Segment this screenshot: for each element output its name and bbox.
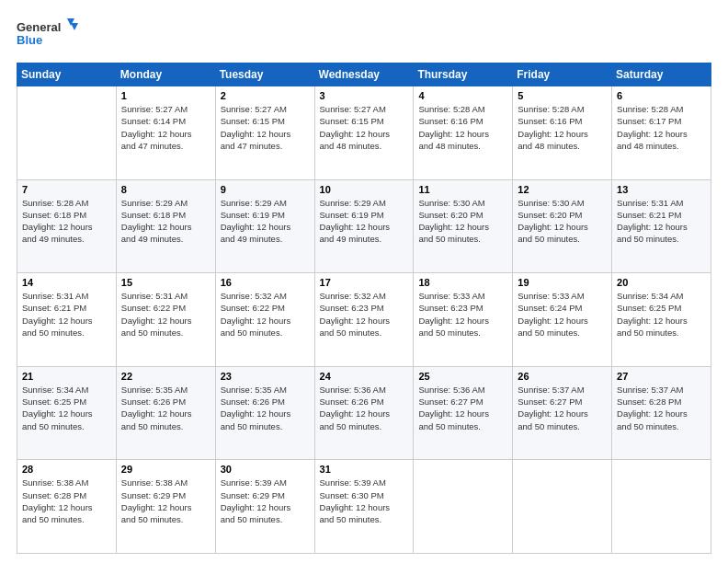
weekday-header-saturday: Saturday [612, 63, 711, 86]
day-info: Sunrise: 5:28 AM Sunset: 6:16 PM Dayligh… [518, 103, 607, 152]
day-number: 20 [617, 277, 706, 288]
day-info: Sunrise: 5:28 AM Sunset: 6:17 PM Dayligh… [617, 103, 706, 152]
day-number: 5 [518, 90, 607, 101]
day-info: Sunrise: 5:35 AM Sunset: 6:26 PM Dayligh… [121, 384, 210, 432]
weekday-header-thursday: Thursday [414, 63, 513, 86]
page: General Blue SundayMondayTuesdayWednesda… [0, 0, 728, 563]
day-info: Sunrise: 5:39 AM Sunset: 6:30 PM Dayligh… [320, 477, 409, 525]
calendar-cell: 12Sunrise: 5:30 AM Sunset: 6:20 PM Dayli… [513, 179, 612, 273]
weekday-header-monday: Monday [116, 63, 215, 86]
day-info: Sunrise: 5:32 AM Sunset: 6:23 PM Dayligh… [320, 290, 409, 339]
calendar-cell: 20Sunrise: 5:34 AM Sunset: 6:25 PM Dayli… [612, 273, 711, 367]
day-info: Sunrise: 5:36 AM Sunset: 6:27 PM Dayligh… [418, 384, 507, 432]
day-number: 25 [418, 371, 507, 382]
day-info: Sunrise: 5:27 AM Sunset: 6:15 PM Dayligh… [221, 103, 310, 152]
day-number: 28 [22, 464, 111, 475]
day-number: 17 [320, 277, 409, 288]
day-info: Sunrise: 5:28 AM Sunset: 6:18 PM Dayligh… [22, 197, 111, 246]
svg-text:General: General [17, 20, 61, 34]
day-number: 30 [221, 464, 310, 475]
day-number: 2 [221, 90, 310, 101]
calendar-cell: 23Sunrise: 5:35 AM Sunset: 6:26 PM Dayli… [215, 366, 314, 460]
calendar-cell [414, 460, 513, 554]
calendar-cell: 15Sunrise: 5:31 AM Sunset: 6:22 PM Dayli… [116, 273, 215, 367]
day-number: 27 [617, 371, 706, 382]
svg-marker-3 [71, 23, 78, 30]
svg-text:Blue: Blue [17, 33, 42, 47]
day-number: 3 [320, 90, 409, 101]
day-info: Sunrise: 5:37 AM Sunset: 6:27 PM Dayligh… [518, 384, 607, 432]
day-info: Sunrise: 5:30 AM Sunset: 6:20 PM Dayligh… [418, 197, 507, 246]
day-info: Sunrise: 5:27 AM Sunset: 6:15 PM Dayligh… [320, 103, 409, 152]
day-info: Sunrise: 5:27 AM Sunset: 6:14 PM Dayligh… [121, 103, 210, 152]
day-number: 13 [617, 184, 706, 195]
day-info: Sunrise: 5:36 AM Sunset: 6:26 PM Dayligh… [320, 384, 409, 432]
calendar-cell: 8Sunrise: 5:29 AM Sunset: 6:18 PM Daylig… [116, 179, 215, 273]
calendar-cell: 10Sunrise: 5:29 AM Sunset: 6:19 PM Dayli… [314, 179, 414, 273]
week-row-2: 7Sunrise: 5:28 AM Sunset: 6:18 PM Daylig… [17, 179, 711, 273]
week-row-5: 28Sunrise: 5:38 AM Sunset: 6:28 PM Dayli… [17, 460, 711, 554]
day-info: Sunrise: 5:30 AM Sunset: 6:20 PM Dayligh… [518, 197, 607, 246]
calendar-cell: 9Sunrise: 5:29 AM Sunset: 6:19 PM Daylig… [215, 179, 314, 273]
calendar-cell [513, 460, 612, 554]
calendar-cell: 17Sunrise: 5:32 AM Sunset: 6:23 PM Dayli… [314, 273, 414, 367]
weekday-header-friday: Friday [513, 63, 612, 86]
day-info: Sunrise: 5:34 AM Sunset: 6:25 PM Dayligh… [22, 384, 111, 432]
calendar-cell: 13Sunrise: 5:31 AM Sunset: 6:21 PM Dayli… [612, 179, 711, 273]
day-number: 21 [22, 371, 111, 382]
day-number: 23 [221, 371, 310, 382]
day-number: 8 [121, 184, 210, 195]
day-number: 24 [320, 371, 409, 382]
day-info: Sunrise: 5:38 AM Sunset: 6:28 PM Dayligh… [22, 477, 111, 525]
calendar-cell: 28Sunrise: 5:38 AM Sunset: 6:28 PM Dayli… [17, 460, 117, 554]
day-number: 31 [320, 464, 409, 475]
day-number: 29 [121, 464, 210, 475]
calendar-cell: 1Sunrise: 5:27 AM Sunset: 6:14 PM Daylig… [116, 86, 215, 180]
day-number: 1 [121, 90, 210, 101]
week-row-3: 14Sunrise: 5:31 AM Sunset: 6:21 PM Dayli… [17, 273, 711, 367]
day-number: 6 [617, 90, 706, 101]
calendar-cell: 2Sunrise: 5:27 AM Sunset: 6:15 PM Daylig… [215, 86, 314, 180]
header: General Blue [17, 17, 711, 53]
day-number: 26 [518, 371, 607, 382]
calendar-cell: 11Sunrise: 5:30 AM Sunset: 6:20 PM Dayli… [414, 179, 513, 273]
weekday-header-tuesday: Tuesday [215, 63, 314, 86]
calendar-cell: 7Sunrise: 5:28 AM Sunset: 6:18 PM Daylig… [17, 179, 117, 273]
calendar-cell: 25Sunrise: 5:36 AM Sunset: 6:27 PM Dayli… [414, 366, 513, 460]
calendar-cell: 24Sunrise: 5:36 AM Sunset: 6:26 PM Dayli… [314, 366, 414, 460]
calendar-cell: 18Sunrise: 5:33 AM Sunset: 6:23 PM Dayli… [414, 273, 513, 367]
day-number: 15 [121, 277, 210, 288]
day-info: Sunrise: 5:29 AM Sunset: 6:19 PM Dayligh… [320, 197, 409, 246]
week-row-1: 1Sunrise: 5:27 AM Sunset: 6:14 PM Daylig… [17, 86, 711, 180]
calendar-cell: 27Sunrise: 5:37 AM Sunset: 6:28 PM Dayli… [612, 366, 711, 460]
day-info: Sunrise: 5:34 AM Sunset: 6:25 PM Dayligh… [617, 290, 706, 339]
day-info: Sunrise: 5:33 AM Sunset: 6:23 PM Dayligh… [418, 290, 507, 339]
calendar-cell: 3Sunrise: 5:27 AM Sunset: 6:15 PM Daylig… [314, 86, 414, 180]
day-number: 9 [221, 184, 310, 195]
day-number: 16 [221, 277, 310, 288]
calendar-cell: 26Sunrise: 5:37 AM Sunset: 6:27 PM Dayli… [513, 366, 612, 460]
day-info: Sunrise: 5:39 AM Sunset: 6:29 PM Dayligh… [221, 477, 310, 525]
calendar-cell: 29Sunrise: 5:38 AM Sunset: 6:29 PM Dayli… [116, 460, 215, 554]
day-info: Sunrise: 5:29 AM Sunset: 6:19 PM Dayligh… [221, 197, 310, 246]
day-info: Sunrise: 5:32 AM Sunset: 6:22 PM Dayligh… [221, 290, 310, 339]
day-number: 7 [22, 184, 111, 195]
weekday-header-sunday: Sunday [17, 63, 117, 86]
calendar-cell: 22Sunrise: 5:35 AM Sunset: 6:26 PM Dayli… [116, 366, 215, 460]
day-info: Sunrise: 5:35 AM Sunset: 6:26 PM Dayligh… [221, 384, 310, 432]
day-info: Sunrise: 5:31 AM Sunset: 6:22 PM Dayligh… [121, 290, 210, 339]
calendar-cell: 19Sunrise: 5:33 AM Sunset: 6:24 PM Dayli… [513, 273, 612, 367]
calendar-cell [17, 86, 117, 180]
day-info: Sunrise: 5:29 AM Sunset: 6:18 PM Dayligh… [121, 197, 210, 246]
calendar-cell: 14Sunrise: 5:31 AM Sunset: 6:21 PM Dayli… [17, 273, 117, 367]
week-row-4: 21Sunrise: 5:34 AM Sunset: 6:25 PM Dayli… [17, 366, 711, 460]
day-info: Sunrise: 5:28 AM Sunset: 6:16 PM Dayligh… [418, 103, 507, 152]
day-number: 19 [518, 277, 607, 288]
calendar-cell [612, 460, 711, 554]
day-number: 11 [418, 184, 507, 195]
calendar-cell: 5Sunrise: 5:28 AM Sunset: 6:16 PM Daylig… [513, 86, 612, 180]
day-number: 14 [22, 277, 111, 288]
logo: General Blue [17, 17, 81, 53]
day-info: Sunrise: 5:31 AM Sunset: 6:21 PM Dayligh… [22, 290, 111, 339]
day-info: Sunrise: 5:38 AM Sunset: 6:29 PM Dayligh… [121, 477, 210, 525]
